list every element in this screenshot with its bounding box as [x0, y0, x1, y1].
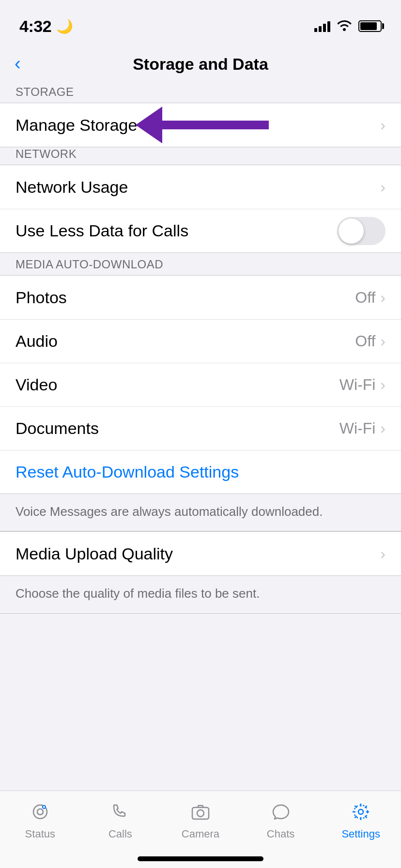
page-title: Storage and Data — [133, 55, 268, 74]
wifi-icon — [336, 18, 353, 34]
calls-tab-label: Calls — [108, 828, 132, 840]
moon-icon: 🌙 — [56, 18, 73, 34]
media-upload-right: › — [380, 545, 386, 563]
signal-icon — [314, 20, 330, 32]
photos-value: Off — [355, 289, 375, 307]
arrow-head — [136, 107, 162, 143]
svg-point-3 — [43, 806, 45, 808]
back-chevron-icon: ‹ — [15, 54, 21, 73]
voice-messages-text: Voice Messages are always automatically … — [15, 504, 323, 519]
media-upload-quality-label: Media Upload Quality — [15, 544, 173, 563]
media-upload-group: Media Upload Quality › — [0, 531, 401, 576]
audio-row[interactable]: Audio Off › — [0, 319, 401, 363]
audio-right: Off › — [355, 332, 386, 350]
network-section-header: NETWORK — [0, 147, 401, 165]
status-tab-label: Status — [25, 828, 55, 840]
video-right: Wi-Fi › — [339, 376, 386, 394]
photos-right: Off › — [355, 289, 386, 307]
audio-label: Audio — [15, 332, 58, 351]
media-upload-quality-row[interactable]: Media Upload Quality › — [0, 532, 401, 575]
tab-item-chats[interactable]: Chats — [241, 799, 321, 840]
network-group: Network Usage › Use Less Data for Calls — [0, 165, 401, 253]
photos-label: Photos — [15, 288, 67, 307]
status-bar: 4:32 🌙 — [0, 0, 401, 43]
chats-tab-icon — [268, 799, 294, 825]
chevron-right-icon: › — [380, 376, 386, 394]
arrow-annotation — [136, 107, 269, 143]
tab-item-calls[interactable]: Calls — [80, 799, 161, 840]
chevron-right-icon: › — [380, 419, 386, 437]
tab-item-status[interactable]: Status — [0, 799, 80, 840]
svg-point-6 — [358, 809, 363, 814]
tab-item-settings[interactable]: Settings — [321, 799, 401, 840]
svg-point-1 — [37, 809, 43, 815]
nav-header: ‹ Storage and Data — [0, 43, 401, 85]
status-icons — [314, 18, 382, 34]
manage-storage-row[interactable]: Manage Storage › — [0, 103, 401, 147]
media-auto-download-section-header: MEDIA AUTO-DOWNLOAD — [0, 253, 401, 275]
status-time: 4:32 — [19, 17, 51, 36]
camera-tab-icon — [187, 799, 214, 825]
use-less-data-row[interactable]: Use Less Data for Calls — [0, 209, 401, 252]
storage-label: STORAGE — [15, 85, 74, 99]
settings-tab-label: Settings — [341, 828, 380, 840]
chevron-right-icon: › — [380, 332, 386, 350]
media-auto-download-group: Photos Off › Audio Off › Video Wi-Fi › D… — [0, 275, 401, 494]
chevron-right-icon: › — [380, 289, 386, 307]
use-less-data-toggle[interactable] — [337, 217, 386, 245]
battery-icon — [358, 20, 382, 32]
back-button[interactable]: ‹ — [15, 55, 21, 73]
reset-auto-download-row[interactable]: Reset Auto-Download Settings — [0, 450, 401, 494]
camera-tab-label: Camera — [182, 828, 219, 840]
settings-tab-icon — [348, 799, 374, 825]
home-indicator — [138, 856, 263, 861]
manage-storage-label: Manage Storage — [15, 116, 137, 135]
documents-right: Wi-Fi › — [339, 419, 386, 437]
video-row[interactable]: Video Wi-Fi › — [0, 363, 401, 406]
network-usage-row[interactable]: Network Usage › — [0, 165, 401, 209]
use-less-data-label: Use Less Data for Calls — [15, 221, 188, 240]
media-upload-info-text: Choose the quality of media files to be … — [15, 586, 260, 601]
chats-tab-label: Chats — [267, 828, 294, 840]
documents-label: Documents — [15, 419, 99, 438]
status-tab-icon — [27, 799, 53, 825]
chevron-right-icon: › — [380, 545, 386, 563]
media-auto-download-label: MEDIA AUTO-DOWNLOAD — [15, 258, 163, 271]
documents-row[interactable]: Documents Wi-Fi › — [0, 406, 401, 450]
calls-tab-icon — [107, 799, 133, 825]
chevron-right-icon: › — [380, 178, 386, 196]
documents-value: Wi-Fi — [339, 419, 376, 437]
photos-row[interactable]: Photos Off › — [0, 276, 401, 319]
voice-messages-info: Voice Messages are always automatically … — [0, 494, 401, 531]
audio-value: Off — [355, 332, 375, 350]
svg-point-5 — [197, 810, 204, 817]
toggle-knob — [339, 218, 364, 244]
reset-auto-download-label: Reset Auto-Download Settings — [15, 463, 239, 481]
video-label: Video — [15, 375, 57, 394]
network-usage-right: › — [380, 178, 386, 196]
storage-group: Manage Storage › — [0, 103, 401, 147]
tab-item-camera[interactable]: Camera — [160, 799, 241, 840]
network-label: NETWORK — [15, 147, 77, 161]
manage-storage-right: › — [380, 116, 386, 134]
media-upload-info: Choose the quality of media files to be … — [0, 576, 401, 613]
chevron-right-icon: › — [380, 116, 386, 134]
video-value: Wi-Fi — [339, 376, 376, 394]
network-usage-label: Network Usage — [15, 178, 128, 197]
storage-section-header: STORAGE — [0, 85, 401, 103]
arrow-body — [162, 121, 269, 129]
svg-rect-4 — [192, 807, 209, 819]
